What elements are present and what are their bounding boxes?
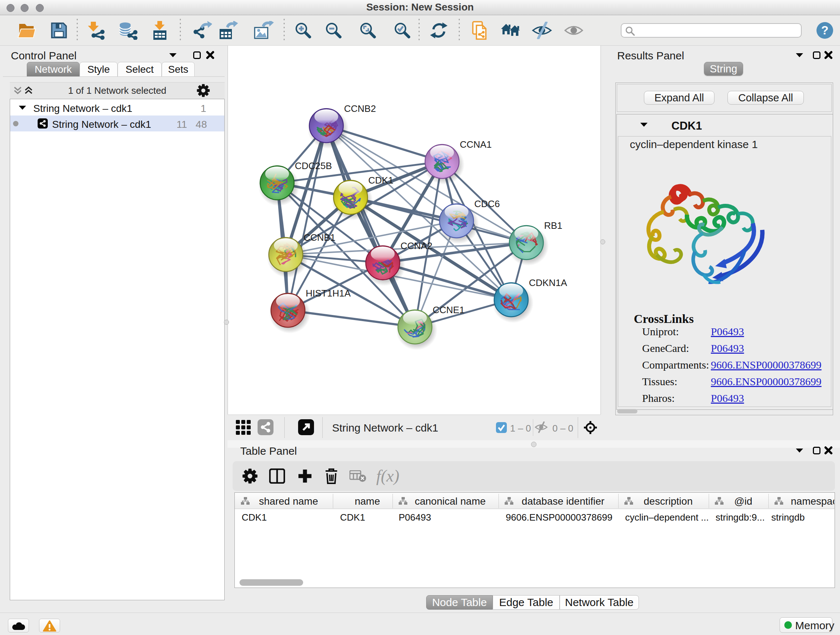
svg-text:CCNB1: CCNB1 bbox=[303, 232, 335, 243]
svg-text:CDC25B: CDC25B bbox=[295, 160, 332, 171]
svg-text:CDC6: CDC6 bbox=[474, 198, 500, 209]
svg-text:CCNE1: CCNE1 bbox=[433, 304, 464, 315]
svg-text:CCNA2: CCNA2 bbox=[401, 241, 432, 251]
svg-text:CDKN1A: CDKN1A bbox=[529, 277, 567, 288]
svg-text:HIST1H1A: HIST1H1A bbox=[306, 288, 351, 299]
svg-text:RB1: RB1 bbox=[544, 220, 562, 231]
svg-text:CDK1: CDK1 bbox=[368, 175, 393, 186]
svg-text:CCNB2: CCNB2 bbox=[344, 103, 376, 114]
svg-text:CCNA1: CCNA1 bbox=[460, 139, 492, 150]
